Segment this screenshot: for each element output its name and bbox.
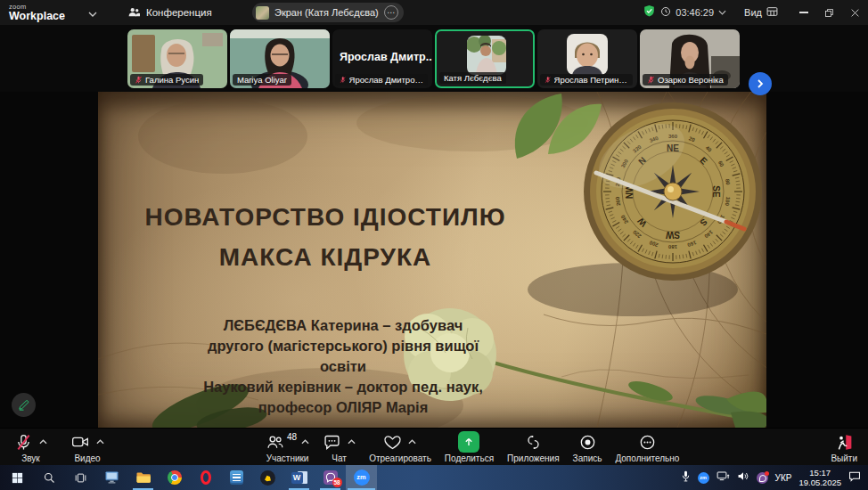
tray-viber-icon[interactable] bbox=[757, 472, 768, 484]
muted-mic-icon bbox=[340, 76, 347, 84]
share-label: Поделиться bbox=[445, 453, 494, 463]
viber-badge: 58 bbox=[332, 478, 342, 487]
record-button[interactable]: Запись bbox=[573, 431, 602, 463]
pencil-icon bbox=[17, 398, 30, 412]
audio-button[interactable]: Звук bbox=[14, 431, 47, 463]
chat-label: Чат bbox=[332, 453, 347, 463]
chevron-up-icon[interactable] bbox=[348, 439, 356, 445]
leave-door-icon bbox=[835, 433, 854, 452]
slide-body-line: другого (магістерського) рівня вищої bbox=[138, 336, 548, 356]
participant-name-label: Катя Лєбєдєва bbox=[439, 72, 506, 84]
muted-mic-icon bbox=[545, 76, 552, 84]
search-button[interactable] bbox=[34, 465, 65, 490]
more-options-icon[interactable]: ⋯ bbox=[384, 5, 398, 20]
tray-volume-icon[interactable] bbox=[737, 470, 749, 486]
clock-icon bbox=[660, 4, 671, 20]
more-button[interactable]: Дополнительно bbox=[615, 431, 679, 463]
chat-button[interactable]: Чат bbox=[323, 431, 356, 463]
restore-button[interactable] bbox=[816, 0, 842, 25]
mic-muted-icon bbox=[14, 433, 33, 452]
view-button[interactable]: Вид bbox=[744, 6, 778, 19]
participant-tile-katya-active-speaker[interactable]: Катя Лєбєдєва bbox=[435, 29, 535, 88]
chevron-up-icon[interactable] bbox=[408, 439, 416, 445]
participant-name: Галина Русин bbox=[145, 75, 199, 85]
participants-count: 48 bbox=[287, 432, 297, 442]
participant-tile-mariya[interactable]: Mariya Oliyar bbox=[230, 29, 330, 88]
shared-screen-area: 2040608010012014016018020022024026028030… bbox=[0, 92, 868, 428]
participant-tile-galina[interactable]: Галина Русин bbox=[127, 29, 227, 88]
chevron-down-icon[interactable] bbox=[88, 4, 97, 20]
title-bar: zoom Workplace Конференция Экран (Катя Л… bbox=[0, 0, 868, 25]
participant-name-label: Галина Русин bbox=[130, 74, 203, 86]
record-label: Запись bbox=[573, 453, 602, 463]
taskbar-clock[interactable]: 15:17 19.05.2025 bbox=[798, 468, 841, 488]
taskbar-app-word[interactable]: W bbox=[283, 465, 315, 490]
meeting-tab[interactable]: Конференция bbox=[127, 6, 212, 20]
annotate-button[interactable] bbox=[12, 393, 36, 417]
react-label: Отреагировать bbox=[369, 453, 431, 463]
taskbar-app-opera[interactable] bbox=[190, 465, 221, 490]
leave-button[interactable]: Выйти bbox=[831, 431, 857, 463]
share-screen-button[interactable]: Поделиться bbox=[445, 431, 494, 463]
muted-mic-icon bbox=[135, 76, 143, 84]
language-indicator[interactable]: УКР bbox=[775, 473, 792, 483]
start-button[interactable] bbox=[0, 465, 34, 490]
audio-label: Звук bbox=[21, 453, 40, 463]
camera-icon bbox=[70, 433, 90, 451]
meeting-timer[interactable]: 03:46:29 bbox=[643, 4, 726, 21]
muted-mic-icon bbox=[647, 76, 655, 84]
slide-body-line: професор ОЛІЯР Марія bbox=[138, 397, 548, 418]
taskbar-app-viber[interactable]: 58 bbox=[315, 465, 346, 490]
video-label: Видео bbox=[74, 453, 100, 463]
next-participants-button[interactable] bbox=[749, 72, 772, 95]
participant-name-label: Mariya Oliyar bbox=[233, 74, 291, 86]
participant-name-label: Озарко Вероніка bbox=[643, 74, 728, 86]
react-button[interactable]: Отреагировать bbox=[369, 431, 431, 463]
presentation-slide: 2040608010012014016018020022024026028030… bbox=[98, 92, 766, 428]
minimize-button[interactable] bbox=[790, 0, 816, 25]
meeting-tab-label: Конференция bbox=[146, 7, 212, 18]
heart-icon bbox=[383, 433, 402, 452]
view-label: Вид bbox=[744, 7, 762, 18]
tray-mic-icon[interactable] bbox=[681, 470, 691, 486]
taskbar-app-notes[interactable] bbox=[221, 465, 252, 490]
participant-name: Ярослав Дмитрович ... bbox=[349, 75, 423, 85]
chevron-down-icon[interactable] bbox=[718, 10, 726, 15]
participant-tile-yaroslav-p[interactable]: Ярослав Петрина - п... bbox=[537, 29, 637, 88]
participant-display-name: Ярослав Дмитр... bbox=[340, 51, 432, 63]
task-view-icon bbox=[74, 471, 87, 485]
zoom-app-icon: zm bbox=[354, 470, 370, 486]
participant-name: Озарко Вероніка bbox=[658, 75, 724, 85]
participant-tile-yaroslav-d[interactable]: Ярослав Дмитр... Ярослав Дмитрович ... bbox=[332, 29, 432, 88]
slide-title: НОВАТОРСТВО ІДІОСТИЛЮ МАКСА КІДРУКА bbox=[111, 197, 539, 277]
taskbar-app-antivirus[interactable] bbox=[252, 465, 283, 490]
search-icon bbox=[43, 471, 56, 485]
taskbar-app-pc[interactable] bbox=[96, 465, 127, 490]
tray-network-icon[interactable] bbox=[717, 470, 730, 486]
chrome-icon bbox=[168, 470, 182, 485]
participants-button[interactable]: 48 Участники bbox=[266, 431, 309, 463]
participant-tile-ozarko[interactable]: Озарко Вероніка bbox=[640, 29, 740, 88]
screen-share-label: Экран (Катя Лебєдєва) bbox=[274, 7, 379, 18]
taskbar-app-chrome[interactable] bbox=[159, 465, 190, 490]
task-view-button[interactable] bbox=[65, 465, 96, 490]
chevron-up-icon[interactable] bbox=[301, 439, 309, 445]
taskbar-app-zoom[interactable]: zm bbox=[346, 465, 377, 490]
chevron-up-icon[interactable] bbox=[39, 439, 47, 445]
screen-share-pill[interactable]: Экран (Катя Лебєдєва) ⋯ bbox=[252, 3, 404, 22]
avatar bbox=[256, 6, 269, 20]
chevron-up-icon[interactable] bbox=[96, 439, 104, 445]
viber-icon: 58 bbox=[323, 470, 338, 485]
participants-label: Участники bbox=[266, 453, 309, 463]
svg-text:SE: SE bbox=[711, 185, 721, 198]
zoom-meeting-window: zoom Workplace Конференция Экран (Катя Л… bbox=[0, 0, 868, 490]
video-button[interactable]: Видео bbox=[70, 431, 104, 463]
slide-body-line: ЛЄБЄДЄВА Катерина – здобувач bbox=[138, 315, 548, 336]
close-button[interactable] bbox=[842, 0, 868, 25]
action-center-icon[interactable] bbox=[848, 470, 861, 486]
apps-button[interactable]: Приложения bbox=[507, 431, 560, 463]
tray-zoom-icon[interactable]: zm bbox=[698, 472, 709, 484]
taskbar-app-explorer[interactable] bbox=[127, 465, 159, 490]
participant-name: Катя Лєбєдєва bbox=[444, 73, 502, 83]
blue-document-icon bbox=[230, 470, 243, 485]
